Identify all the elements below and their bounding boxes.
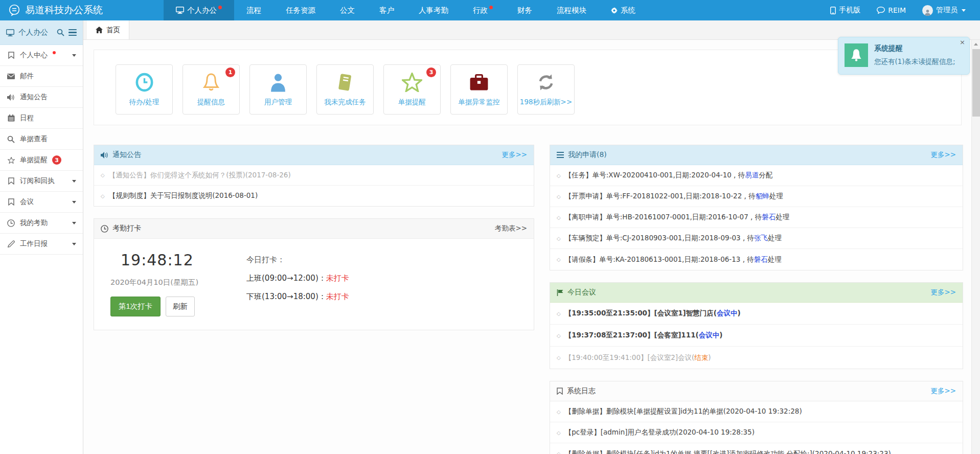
log-item[interactable]: ◇ 【删除单据】删除模块[任务]id为1的单据,摘要[[改进]添加密码修改功能,… [550, 443, 963, 454]
card-unfinished-tasks[interactable]: 我未完成任务 [316, 64, 374, 115]
more-link[interactable]: 更多>> [930, 288, 956, 297]
card-doc-remind[interactable]: 3 单据提醒 [383, 64, 441, 115]
meeting-item-text: 【19:35:00至21:35:00】[会议室1]智慧门店(会议中) [565, 309, 741, 318]
scrollbar-thumb[interactable] [972, 49, 980, 117]
log-item-text: 【删除单据】删除模块[单据提醒设置]id为11的单据(2020-04-10 19… [565, 407, 802, 416]
right-column: 我的申请(8) 更多>> ◇ 【任务】单号:XW-20200410-001,日期… [550, 145, 963, 454]
card-user-management[interactable]: 用户管理 [249, 64, 307, 115]
punch-in-button[interactable]: 第1次打卡 [110, 297, 161, 316]
menu-icon[interactable] [69, 28, 77, 38]
flag-icon [557, 289, 563, 296]
refresh-button[interactable]: 刷新 [166, 297, 195, 316]
sidebar-item-doc-remind[interactable]: 单据提醒 3 [0, 150, 83, 171]
sidebar-item-label: 订阅和回执 [20, 176, 55, 186]
pm-status: 未打卡 [326, 292, 349, 301]
mobile-version-label: 手机版 [839, 6, 860, 15]
attendance-sheet-link[interactable]: 考勤表>> [495, 224, 527, 233]
nav-item-finance[interactable]: 财务 [505, 0, 544, 20]
toast-message: 您还有(1)条未读提醒信息; [874, 57, 955, 66]
chevron-down-icon [72, 222, 76, 224]
search-icon[interactable] [57, 29, 64, 36]
reim-link[interactable]: REIM [869, 0, 914, 20]
meeting-item[interactable]: ◇ 【19:37:08至21:37:00】[会客室]111(会议中) [550, 325, 963, 347]
nav-item-official-doc[interactable]: 公文 [328, 0, 367, 20]
diamond-bullet-icon: ◇ [557, 409, 561, 415]
sidebar-item-daily-report[interactable]: 工作日报 [0, 234, 83, 255]
main-content: 待办/处理 1 提醒信息 用户管理 我未完成任务 3 单据提醒 [83, 40, 980, 454]
bell-icon [845, 43, 868, 67]
more-link[interactable]: 更多>> [502, 150, 527, 160]
card-label: 198秒后刷新>> [520, 98, 572, 107]
nav-item-hr-attendance[interactable]: 人事考勤 [406, 0, 461, 20]
sidebar-item-notice[interactable]: 通知公告 [0, 87, 83, 108]
log-item[interactable]: ◇ 【删除单据】删除模块[单据提醒设置]id为11的单据(2020-04-10 … [550, 401, 963, 422]
log-item[interactable]: ◇ 【pc登录】[admin]用户名登录成功(2020-04-10 19:28:… [550, 422, 963, 443]
application-item-text: 【离职申请】单号:HB-20161007-0001,日期:2016-10-07 … [565, 213, 789, 222]
sidebar-item-mail[interactable]: 邮件 [0, 66, 83, 87]
close-icon[interactable]: × [960, 38, 965, 46]
mobile-version-link[interactable]: 手机版 [822, 0, 869, 20]
home-icon [96, 27, 103, 33]
nav-item-process-module[interactable]: 流程模块 [544, 0, 599, 20]
mail-icon [7, 74, 15, 79]
monitor-icon [6, 29, 14, 36]
chat-icon [877, 7, 885, 14]
sidebar-item-personal-center[interactable]: 个人中心 [0, 45, 83, 66]
more-link[interactable]: 更多>> [930, 387, 956, 396]
nav-item-task-resource[interactable]: 任务资源 [274, 0, 328, 20]
clock-icon [7, 219, 15, 227]
sidebar-item-label: 工作日报 [20, 239, 48, 248]
nav-item-label: 系统 [621, 6, 635, 15]
gear-icon [611, 7, 618, 14]
meeting-item[interactable]: ◇ 【19:35:00至21:35:00】[会议室1]智慧门店(会议中) [550, 303, 963, 325]
star-icon [402, 72, 422, 93]
more-link[interactable]: 更多>> [930, 150, 956, 160]
tab-home[interactable]: 首页 [87, 20, 129, 39]
chevron-down-icon [72, 201, 76, 203]
card-doc-anomaly-monitor[interactable]: 单据异常监控 [450, 64, 508, 115]
notice-item[interactable]: ◇ 【规则制度】关于写日报制度说明(2016-08-01) [94, 186, 534, 206]
sidebar-item-subscribe[interactable]: 订阅和回执 [0, 171, 83, 192]
sidebar-item-my-attendance[interactable]: 我的考勤 [0, 213, 83, 234]
toast-content: 系统提醒 您还有(1)条未读提醒信息; [874, 43, 955, 67]
shortcut-cards-row: 待办/处理 1 提醒信息 用户管理 我未完成任务 3 单据提醒 [94, 50, 962, 125]
sidebar-item-schedule[interactable]: 日程 [0, 108, 83, 129]
search-icon [7, 135, 15, 143]
notification-dot [53, 51, 56, 54]
nav-item-customer[interactable]: 客户 [367, 0, 406, 20]
today-punch-label: 今日打卡： [246, 255, 349, 265]
sidebar-item-doc-view[interactable]: 单据查看 [0, 129, 83, 150]
nav-item-personal-office[interactable]: 个人办公 [164, 0, 234, 20]
vertical-scrollbar[interactable] [971, 40, 980, 454]
user-menu[interactable]: 管理员 [914, 0, 974, 20]
item-text-pre: 【离职申请】单号:HB-20161007-0001,日期:2016-10-07 … [565, 213, 762, 221]
application-item[interactable]: ◇ 【任务】单号:XW-20200410-001,日期:2020-04-10 ,… [550, 165, 963, 186]
nav-item-admin[interactable]: 行政 [461, 0, 505, 20]
log-item-text: 【删除单据】删除模块[任务]id为1的单据,摘要[[改进]添加密码修改功能,分配… [565, 449, 891, 454]
phone-icon [830, 7, 836, 14]
diamond-bullet-icon: ◇ [557, 451, 561, 454]
meeting-item[interactable]: ◇ 【19:40:00至19:41:00】[会议室2]会议(结束) [550, 347, 963, 369]
reim-label: REIM [888, 6, 906, 14]
item-text-pre: 【开票申请】单号:FF-20181022-001,日期:2018-10-22 ,… [565, 192, 756, 200]
nav-item-system[interactable]: 系统 [599, 0, 648, 20]
scroll-up-arrow[interactable] [972, 40, 980, 48]
nav-item-label: 人事考勤 [419, 6, 448, 15]
sidebar-item-label: 会议 [20, 197, 34, 207]
am-status: 未打卡 [326, 274, 349, 283]
application-item[interactable]: ◇ 【开票申请】单号:FF-20181022-001,日期:2018-10-22… [550, 186, 963, 207]
card-todo[interactable]: 待办/处理 [116, 64, 173, 115]
card-label: 提醒信息 [197, 98, 225, 107]
application-item[interactable]: ◇ 【请假条】单号:KA-20180613-0001,日期:2018-06-13… [550, 249, 963, 270]
card-refresh-countdown[interactable]: 198秒后刷新>> [517, 64, 575, 115]
sidebar-item-meeting[interactable]: 会议 [0, 192, 83, 213]
card-remind-info[interactable]: 1 提醒信息 [183, 64, 240, 115]
nav-item-label: 客户 [379, 6, 394, 15]
notice-item[interactable]: ◇ 【通知公告】你们觉得这个系统如何？(投票)(2017-08-26) [94, 165, 534, 186]
nav-item-process[interactable]: 流程 [234, 0, 274, 20]
diamond-bullet-icon: ◇ [101, 172, 105, 178]
item-text-pre: 【19:37:08至21:37:00】[会客室]111( [565, 331, 699, 339]
application-item[interactable]: ◇ 【车辆预定】单号:CJ-20180903-001,日期:2018-09-03… [550, 228, 963, 249]
application-item[interactable]: ◇ 【离职申请】单号:HB-20161007-0001,日期:2016-10-0… [550, 207, 963, 228]
list-icon [557, 152, 564, 158]
